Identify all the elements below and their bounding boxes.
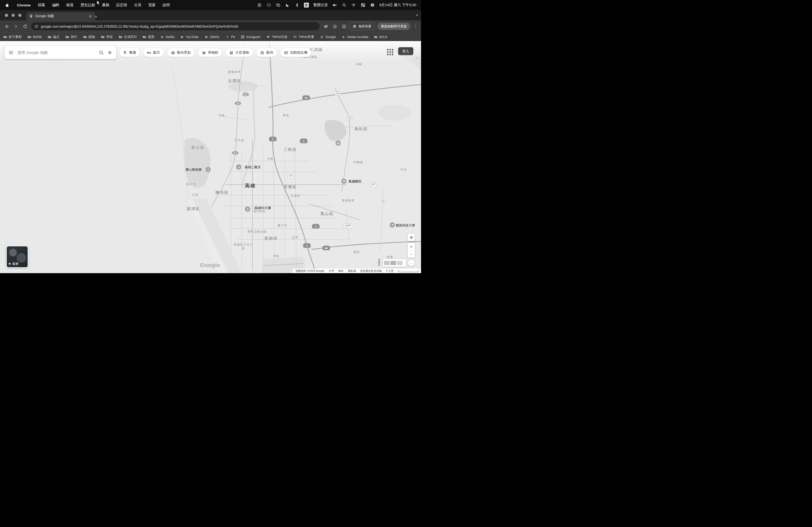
preview-tile[interactable] <box>384 261 390 265</box>
menubar-clock[interactable]: 9月14日 週六 下午5:00 <box>379 3 416 7</box>
battery-icon[interactable] <box>332 3 337 7</box>
input-source-label[interactable]: 繁體注音 <box>313 3 328 7</box>
poi-高雄三鳳宮-icon[interactable] <box>236 164 242 170</box>
poi-label[interactable]: 壽山動物園 <box>186 167 202 172</box>
bookmark-Adobe Acrobat[interactable]: AAdobe Acrobat <box>342 35 368 39</box>
tab-search-chevron-icon[interactable]: ▾ <box>416 13 418 17</box>
imagery-previews[interactable] <box>383 259 406 267</box>
poi-高雄85大樓-icon[interactable] <box>245 206 250 212</box>
pegman-icon[interactable] <box>377 259 381 267</box>
menubar-menu-說明[interactable]: 說明 <box>163 3 170 7</box>
bookmark-YouTube[interactable]: ▶YouTube <box>180 35 199 39</box>
poi-輔英科技大學-icon[interactable] <box>390 222 395 228</box>
my-location-button[interactable] <box>408 234 415 241</box>
bookmark-star-icon[interactable] <box>331 22 339 30</box>
zoom-window-button[interactable] <box>18 14 21 17</box>
chip-飯店[interactable]: 飯店 <box>143 48 164 57</box>
attribution-link-台灣[interactable]: 台灣 <box>329 269 334 273</box>
bookmark-旅行[interactable]: 旅行 <box>65 35 77 39</box>
reload-button[interactable] <box>21 22 29 30</box>
user-avatar-icon[interactable] <box>370 3 375 7</box>
chip-藥局[interactable]: 藥局 <box>257 48 277 57</box>
menubar-menu-檔案[interactable]: 檔案 <box>38 3 45 7</box>
preview-tile[interactable] <box>397 261 403 265</box>
search-input[interactable] <box>17 50 95 55</box>
poi-鳳儀書院-icon[interactable] <box>341 178 347 184</box>
poi-壽山動物園-icon[interactable] <box>205 167 211 172</box>
chip-自動提款機[interactable]: 自動提款機 <box>280 48 311 57</box>
bookmark-Google[interactable]: GGoogle <box>320 35 336 39</box>
bookmark-影片素材[interactable]: 影片素材 <box>3 35 22 39</box>
bookmark-GMAIL[interactable]: MGMAIL <box>204 35 220 39</box>
attribution-link-條款[interactable]: 條款 <box>338 269 344 273</box>
new-tab-button[interactable]: ＋ <box>93 13 99 19</box>
search-icon[interactable] <box>99 50 104 55</box>
zoom-out-button[interactable]: － <box>408 250 415 258</box>
update-chrome-button[interactable]: 重新啟動即可更新 <box>378 22 410 30</box>
bookmark-論文[interactable]: 論文 <box>47 35 60 39</box>
poi-label[interactable]: 鳳儀書院 <box>349 179 361 184</box>
menubar-menu-分頁[interactable]: 分頁 <box>134 3 142 7</box>
bluetooth-icon[interactable] <box>294 3 300 7</box>
bookmark-Instagram[interactable]: Instagram <box>241 35 260 39</box>
bookmark-Fb[interactable]: fFb <box>226 35 235 39</box>
bookmark-Yahoo信箱[interactable]: ✉Yahoo信箱 <box>266 35 287 39</box>
menubar-menu-檢視[interactable]: 檢視 <box>66 3 74 7</box>
tab-google-maps[interactable]: Google 地圖 ✕ <box>26 12 95 20</box>
bookmark-學校[interactable]: 學校 <box>101 35 113 39</box>
poi-label[interactable]: 輔英科技大學 <box>396 223 415 228</box>
close-window-button[interactable] <box>5 14 8 17</box>
apple-menu-icon[interactable] <box>5 3 10 7</box>
directions-icon[interactable] <box>107 50 113 55</box>
forward-button[interactable] <box>12 22 20 30</box>
bookmark-生成式AI[interactable]: 生成式AI <box>118 35 137 39</box>
menubar-menu-書籤[interactable]: 書籤 <box>102 3 109 7</box>
menubar-menu-編輯[interactable]: 編輯 <box>52 3 59 7</box>
chip-大眾運輸[interactable]: 大眾運輸 <box>226 48 253 57</box>
map-canvas[interactable]: 高雄仁武區左營區鳥松區鼓山區三民區苓雅區鹽埕區旗津區鳳山區前鎮區仁武工業區烏林建… <box>0 41 421 273</box>
preview-tile[interactable] <box>390 261 396 265</box>
bookmark-BANK[interactable]: BANK <box>27 35 42 39</box>
menubar-app-name[interactable]: Chrome <box>17 3 31 7</box>
bookmark-Yahoo奇摩[interactable]: Y!Yahoo奇摩 <box>293 35 314 39</box>
minimize-window-button[interactable] <box>12 14 15 17</box>
collapse-controls-button[interactable]: ︿ <box>408 260 415 266</box>
bookmark-購物[interactable]: 購物 <box>83 35 95 39</box>
poi-hospital-icon[interactable]: H <box>335 140 341 146</box>
reading-list-icon[interactable] <box>340 22 348 30</box>
chip-觀光景點[interactable]: 觀光景點 <box>167 48 195 57</box>
maps-search-box[interactable] <box>4 46 116 59</box>
display-icon[interactable] <box>266 3 271 7</box>
bookmark-B2L6[interactable]: B2L6 <box>374 35 387 39</box>
back-button[interactable] <box>3 22 11 30</box>
tab-close-icon[interactable]: ✕ <box>88 14 92 18</box>
layers-panel[interactable]: 圖層 <box>6 245 28 268</box>
menubar-menu-視窗[interactable]: 視窗 <box>148 3 156 7</box>
address-bar[interactable]: google.com.tw/maps/@22.6435444,120.27635… <box>31 22 320 30</box>
zoom-in-button[interactable]: ＋ <box>408 243 415 250</box>
url-text[interactable]: google.com.tw/maps/@22.6435444,120.27635… <box>41 25 238 28</box>
eye-off-icon[interactable] <box>322 22 330 30</box>
attribution-link-隱私權[interactable]: 隱私權 <box>348 269 356 273</box>
menu-hamburger-icon[interactable] <box>8 50 14 55</box>
menubar-menu-歷史記錄[interactable]: 歷史記錄 <box>81 3 95 7</box>
control-center-icon[interactable] <box>361 3 365 7</box>
menubar-menu-設定檔[interactable]: 設定檔 <box>116 3 127 7</box>
browser-menu-icon[interactable]: ⋮ <box>413 24 418 29</box>
wifi-icon[interactable] <box>351 3 356 7</box>
bookmark-股票[interactable]: 股票 <box>142 35 155 39</box>
input-source-icon[interactable]: 注 <box>304 3 309 7</box>
google-apps-icon[interactable] <box>386 48 394 56</box>
bookmark-Netflix[interactable]: NNetflix <box>160 35 175 39</box>
incognito-window-button[interactable]: 無痕視窗 <box>349 22 375 30</box>
screen-record-icon[interactable] <box>257 3 262 7</box>
chip-餐廳[interactable]: 餐廳 <box>119 48 140 57</box>
spotlight-search-icon[interactable] <box>342 3 347 7</box>
site-settings-icon[interactable] <box>34 25 39 28</box>
focus-moon-icon[interactable] <box>285 3 290 7</box>
poi-label[interactable]: 高雄三鳳宮 <box>245 165 261 169</box>
attribution-link-提供產品意見回饋[interactable]: 提供產品意見回饋 <box>360 269 382 273</box>
stage-manager-icon[interactable] <box>276 3 280 7</box>
chip-博物館[interactable]: 博物館 <box>198 48 222 57</box>
sign-in-button[interactable]: 登入 <box>398 47 413 55</box>
